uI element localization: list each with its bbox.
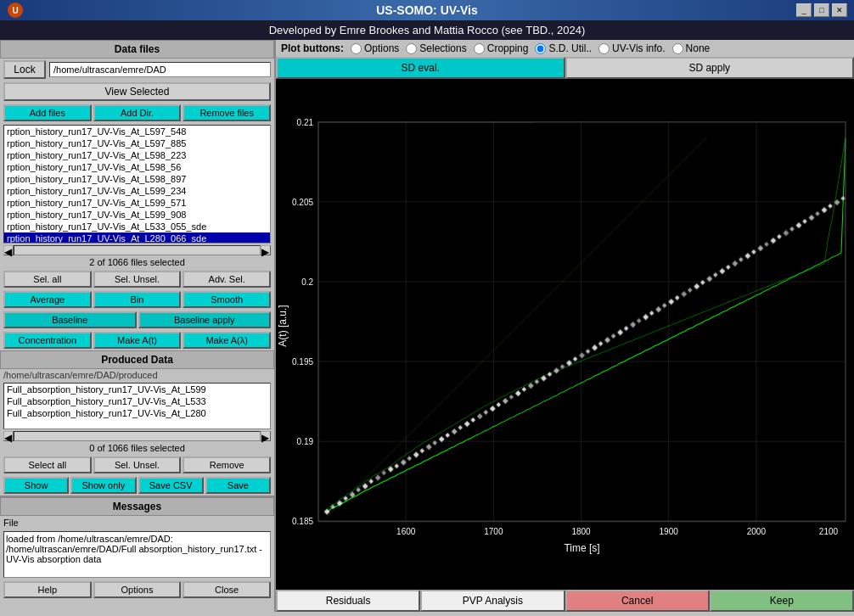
produced-list-item[interactable]: Full_absorption_history_run17_UV-Vis_At_…: [4, 407, 270, 419]
x-label-1600: 1600: [396, 527, 416, 536]
radio-sd-util-input[interactable]: [535, 43, 546, 54]
produced-scroll-left[interactable]: ◀: [3, 431, 14, 441]
file-list-item[interactable]: rption_history_run17_UV-Vis_At_L280_066_…: [4, 232, 270, 244]
file-list-item[interactable]: rption_history_run17_UV-Vis_At_L597_548: [4, 126, 270, 137]
chart-svg: 0.21 0.205 0.2 0.195 0.19 0.185 1600 170…: [276, 79, 854, 590]
app-icon: U: [7, 2, 24, 19]
file-list-item[interactable]: rption_history_run17_UV-Vis_At_L598_56: [4, 161, 270, 173]
scroll-left-btn[interactable]: ◀: [3, 245, 14, 255]
produced-sel-row: Select all Sel. Unsel. Remove: [3, 456, 271, 473]
options-button[interactable]: Options: [93, 581, 182, 598]
close-button[interactable]: ✕: [832, 3, 847, 17]
bin-button[interactable]: Bin: [93, 291, 182, 308]
sel-all-button[interactable]: Sel. all: [3, 271, 92, 288]
select-all-button[interactable]: Select all: [3, 456, 92, 473]
scroll-right-btn[interactable]: ▶: [261, 245, 271, 255]
radio-cropping[interactable]: Cropping: [474, 42, 529, 54]
radio-selections[interactable]: Selections: [406, 42, 466, 54]
save-button[interactable]: Save: [205, 477, 271, 494]
produced-hscroll[interactable]: [14, 431, 261, 441]
file-list-item[interactable]: rption_history_run17_UV-Vis_At_L599_908: [4, 209, 270, 221]
file-list-item[interactable]: rption_history_run17_UV-Vis_At_L598_223: [4, 149, 270, 161]
produced-data-header: Produced Data: [0, 350, 274, 369]
title-bar: U US-SOMO: UV-Vis _ □ ✕: [0, 0, 854, 20]
view-selected-button[interactable]: View Selected: [3, 82, 271, 101]
cancel-button[interactable]: Cancel: [565, 590, 710, 612]
baseline-button[interactable]: Baseline: [3, 311, 137, 328]
file-list-item[interactable]: rption_history_run17_UV-Vis_At_L599_234: [4, 185, 270, 197]
radio-none[interactable]: None: [672, 42, 711, 54]
file-list-item[interactable]: rption_history_run17_UV-Vis_At_L597_885: [4, 137, 270, 149]
radio-options-input[interactable]: [351, 43, 362, 54]
lock-button[interactable]: Lock: [3, 60, 46, 79]
show-button[interactable]: Show: [3, 477, 69, 494]
produced-list-item[interactable]: Full_absorption_history_run17_UV-Vis_At_…: [4, 395, 270, 407]
baseline-row: Baseline Baseline apply: [3, 311, 271, 328]
produced-count-label: 0 of 1066 files selected: [0, 443, 274, 453]
sel-unsel-button[interactable]: Sel. Unsel.: [93, 271, 182, 288]
produced-scroll-right[interactable]: ▶: [261, 431, 271, 441]
bottom-action-buttons: Residuals PVP Analysis Cancel Keep: [276, 590, 854, 612]
average-button[interactable]: Average: [3, 291, 92, 308]
y-label-0185: 0.185: [292, 517, 313, 526]
y-label-0205: 0.205: [292, 198, 313, 207]
file-list[interactable]: rption_history_run17_UV-Vis_At_L597_548r…: [3, 125, 271, 244]
right-panel: Plot buttons: Options Selections Croppin…: [276, 40, 854, 612]
show-only-button[interactable]: Show only: [70, 477, 136, 494]
concentration-row: Concentration Make A(t) Make A(λ): [3, 332, 271, 349]
maximize-button[interactable]: □: [814, 3, 829, 17]
plot-buttons-label: Plot buttons:: [281, 42, 344, 54]
concentration-button[interactable]: Concentration: [3, 332, 92, 349]
remove-files-button[interactable]: Remove files: [183, 104, 271, 121]
y-label-019: 0.19: [297, 437, 314, 446]
keep-button[interactable]: Keep: [710, 590, 854, 612]
radio-options[interactable]: Options: [351, 42, 399, 54]
window-controls: _ □ ✕: [796, 3, 847, 17]
x-label-1700: 1700: [484, 527, 503, 536]
file-count-label: 2 of 1066 files selected: [0, 257, 274, 267]
smooth-button[interactable]: Smooth: [183, 291, 271, 308]
radio-none-input[interactable]: [672, 43, 683, 54]
pvp-analysis-button[interactable]: PVP Analysis: [420, 590, 565, 612]
close-left-button[interactable]: Close: [183, 581, 271, 598]
baseline-apply-button[interactable]: Baseline apply: [138, 311, 272, 328]
radio-uvvis-info-input[interactable]: [598, 43, 610, 54]
sd-eval-button[interactable]: SD eval.: [276, 57, 565, 79]
add-files-button[interactable]: Add files: [3, 104, 92, 121]
sel-row: Sel. all Sel. Unsel. Adv. Sel.: [3, 271, 271, 288]
radio-selections-input[interactable]: [406, 43, 417, 54]
radio-uvvis-info[interactable]: UV-Vis info.: [598, 42, 665, 54]
file-list-item[interactable]: rption_history_run17_UV-Vis_At_L599_571: [4, 197, 270, 209]
data-files-header: Data files: [0, 40, 274, 59]
make-al-button[interactable]: Make A(λ): [183, 332, 271, 349]
subtitle-text: Developed by Emre Brookes and Mattia Roc…: [269, 24, 586, 36]
add-dir-button[interactable]: Add Dir.: [93, 104, 182, 121]
save-csv-button[interactable]: Save CSV: [138, 477, 204, 494]
file-list-item[interactable]: rption_history_run17_UV-Vis_At_L598_897: [4, 173, 270, 185]
window-title: US-SOMO: UV-Vis: [376, 3, 478, 17]
minimize-button[interactable]: _: [796, 3, 812, 17]
file-label: File: [3, 518, 19, 528]
file-list-hscroll[interactable]: [14, 245, 261, 255]
radio-cropping-input[interactable]: [474, 43, 485, 54]
y-label-0195: 0.195: [292, 357, 313, 367]
adv-sel-button[interactable]: Adv. Sel.: [183, 271, 271, 288]
radio-cropping-label: Cropping: [487, 42, 529, 54]
produced-list-item[interactable]: Full_absorption_history_run17_UV-Vis_At_…: [4, 384, 270, 395]
remove-button[interactable]: Remove: [183, 456, 271, 473]
file-list-item[interactable]: rption_history_run17_UV-Vis_At_L533_055_…: [4, 221, 270, 232]
sel-unsel2-button[interactable]: Sel. Unsel.: [93, 456, 182, 473]
lock-row: Lock /home/ultrascan/emre/DAD: [0, 59, 274, 81]
x-label-2100: 2100: [819, 527, 839, 536]
make-at-button[interactable]: Make A(t): [93, 332, 182, 349]
produced-list[interactable]: Full_absorption_history_run17_UV-Vis_At_…: [3, 383, 271, 429]
x-label-2000: 2000: [747, 527, 767, 536]
file-list-scrollbar-row: ◀ ▶: [3, 245, 271, 255]
sd-apply-button[interactable]: SD apply: [565, 57, 855, 79]
residuals-button[interactable]: Residuals: [276, 590, 420, 612]
help-button[interactable]: Help: [3, 581, 92, 598]
add-files-row: Add files Add Dir. Remove files: [3, 104, 271, 121]
y-axis-title: A(t) [a.u.]: [277, 305, 289, 346]
plot-buttons-row: Plot buttons: Options Selections Croppin…: [276, 40, 854, 57]
radio-sd-util[interactable]: S.D. Util..: [535, 42, 592, 54]
